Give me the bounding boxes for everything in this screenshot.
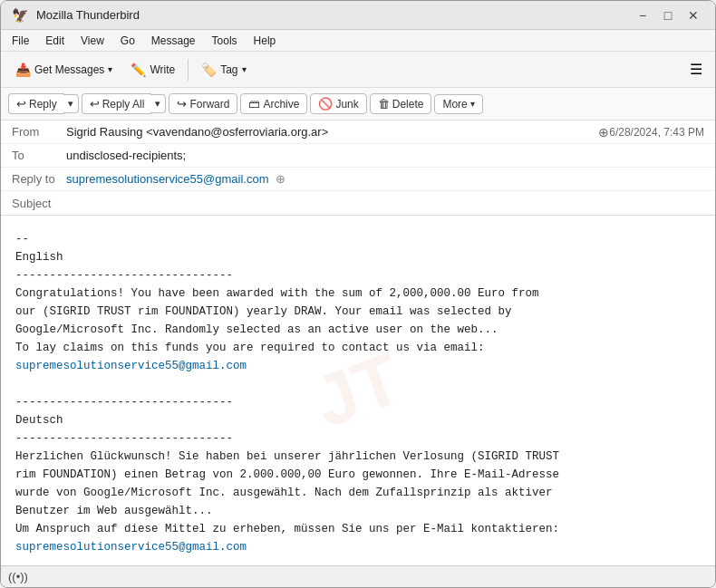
email-link-2[interactable]: supremesolutionservice55@gmail.com: [15, 538, 701, 556]
menu-help[interactable]: Help: [247, 33, 284, 49]
maximize-button[interactable]: □: [657, 6, 679, 24]
menu-go[interactable]: Go: [113, 33, 142, 49]
email-link-1[interactable]: supremesolutionservice55@gmail.com: [15, 357, 701, 375]
toolbar-divider-1: [188, 59, 189, 81]
tag-arrow[interactable]: ▾: [242, 64, 247, 74]
to-value: undisclosed-recipients;: [66, 149, 704, 162]
archive-icon: 🗃: [248, 97, 260, 111]
more-arrow: ▾: [470, 99, 475, 109]
english-heading: English: [15, 248, 701, 266]
connection-icon: ((•)): [8, 570, 28, 583]
junk-label: Junk: [335, 98, 358, 111]
email-content: -- English -----------------------------…: [15, 230, 701, 556]
subject-row: Subject: [1, 191, 715, 215]
more-label: More: [442, 98, 467, 111]
email-header: From Sigrid Rausing <vavendano@osferrovi…: [1, 120, 715, 216]
email-link-anchor-2[interactable]: supremesolutionservice55@gmail.com: [15, 541, 247, 554]
reply-dropdown[interactable]: ▾: [63, 94, 79, 113]
write-label: Write: [150, 63, 175, 76]
junk-button[interactable]: 🚫 Junk: [310, 93, 366, 114]
main-window: 🦅 Mozilla Thunderbird − □ ✕ File Edit Vi…: [0, 0, 716, 588]
forward-icon: ↪: [177, 97, 187, 111]
forward-label: Forward: [189, 98, 229, 111]
write-icon: ✏️: [131, 63, 146, 77]
email-body: JT -- English --------------------------…: [1, 216, 715, 565]
menu-file[interactable]: File: [5, 33, 36, 49]
tag-icon: 🏷️: [201, 63, 217, 77]
delete-label: Delete: [392, 98, 424, 111]
email-link-anchor-1[interactable]: supremesolutionservice55@gmail.com: [15, 360, 247, 372]
get-messages-button[interactable]: 📥 Get Messages ▾: [8, 59, 120, 81]
archive-label: Archive: [263, 98, 299, 111]
minimize-button[interactable]: −: [632, 6, 653, 24]
delete-button[interactable]: 🗑 Delete: [370, 93, 432, 114]
hamburger-menu[interactable]: ☰: [684, 57, 708, 82]
menu-edit[interactable]: Edit: [38, 33, 72, 49]
app-icon: 🦅: [12, 7, 29, 24]
get-messages-icon: 📥: [15, 63, 31, 77]
german-text: Herzlichen Glückwunsch! Sie haben bei un…: [15, 448, 701, 538]
reply-to-link[interactable]: supremesolutionservice55@gmail.com: [66, 172, 268, 186]
divider-2: --------------------------------: [15, 393, 701, 411]
main-toolbar: 📥 Get Messages ▾ ✏️ Write 🏷️ Tag ▾ ☰: [1, 52, 715, 88]
reply-label: Reply: [29, 98, 57, 111]
window-title: Mozilla Thunderbird: [36, 8, 624, 22]
tag-label: Tag: [220, 63, 237, 76]
reply-icon: ↩: [16, 97, 26, 111]
from-row: From Sigrid Rausing <vavendano@osferrovi…: [1, 120, 715, 144]
junk-icon: 🚫: [318, 97, 333, 111]
archive-button[interactable]: 🗃 Archive: [240, 93, 307, 114]
get-messages-arrow[interactable]: ▾: [108, 64, 112, 74]
subject-label: Subject: [12, 197, 66, 210]
address-book-icon[interactable]: ⊕: [598, 125, 609, 140]
reply-to-row: Reply to supremesolutionservice55@gmail.…: [1, 168, 715, 191]
reply-to-label: Reply to: [12, 172, 66, 186]
deutsch-heading: Deutsch: [15, 411, 701, 429]
menu-tools[interactable]: Tools: [205, 33, 245, 49]
reply-all-dropdown[interactable]: ▾: [150, 94, 166, 113]
to-label: To: [12, 149, 66, 162]
tag-button[interactable]: 🏷️ Tag ▾: [194, 59, 253, 81]
menu-view[interactable]: View: [73, 33, 111, 49]
menu-message[interactable]: Message: [144, 33, 203, 49]
status-bar: ((•)): [1, 565, 715, 587]
from-value: Sigrid Rausing <vavendano@osferroviaria.…: [66, 125, 595, 139]
reply-to-icon: ⊕: [276, 172, 285, 186]
window-controls: − □ ✕: [632, 6, 704, 24]
email-date: 6/28/2024, 7:43 PM: [609, 126, 704, 139]
menu-bar: File Edit View Go Message Tools Help: [1, 30, 715, 52]
title-bar: 🦅 Mozilla Thunderbird − □ ✕: [1, 1, 715, 30]
reply-to-value: supremesolutionservice55@gmail.com ⊕: [66, 172, 704, 186]
separator: --: [15, 230, 701, 248]
english-text: Congratulations! You have been awarded w…: [15, 284, 701, 357]
divider-3: --------------------------------: [15, 429, 701, 448]
action-bar: ↩ Reply ▾ ↩ Reply All ▾ ↪ Forward 🗃 Arch…: [1, 88, 715, 120]
delete-icon: 🗑: [378, 97, 390, 111]
reply-all-icon: ↩: [90, 97, 100, 111]
divider-1: --------------------------------: [15, 266, 701, 284]
from-label: From: [12, 125, 66, 139]
to-row: To undisclosed-recipients;: [1, 144, 715, 168]
write-button[interactable]: ✏️ Write: [123, 59, 182, 81]
get-messages-label: Get Messages: [34, 63, 104, 76]
reply-all-label: Reply All: [102, 98, 145, 111]
reply-button[interactable]: ↩ Reply: [8, 93, 64, 114]
forward-button[interactable]: ↪ Forward: [169, 93, 237, 114]
more-button[interactable]: More ▾: [434, 94, 482, 114]
close-button[interactable]: ✕: [682, 6, 704, 24]
reply-all-button[interactable]: ↩ Reply All: [82, 93, 152, 114]
